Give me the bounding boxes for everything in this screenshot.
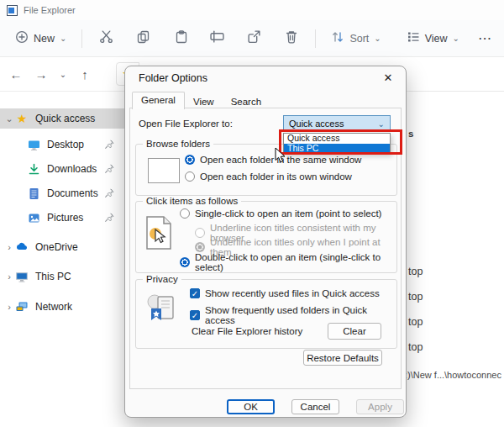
- sidebar-item-label: Downloads: [47, 163, 97, 175]
- radio-single-click[interactable]: Single-click to open an item (point to s…: [180, 208, 381, 219]
- clear-button[interactable]: Clear: [328, 323, 381, 340]
- window-title: File Explorer: [24, 5, 76, 15]
- sidebar-item-downloads[interactable]: Downloads: [0, 159, 124, 179]
- file-list-item[interactable]: top: [408, 316, 423, 328]
- privacy-icon: [144, 292, 178, 329]
- sidebar-item-onedrive[interactable]: › OneDrive: [0, 237, 124, 257]
- radio-selected-icon: [185, 155, 195, 165]
- tab-general[interactable]: General: [132, 92, 185, 109]
- browse-folders-icon: [148, 158, 180, 183]
- trash-icon: [285, 30, 298, 47]
- radio-unselected-icon: [185, 171, 195, 182]
- pin-icon: [104, 140, 114, 150]
- view-button-label: View: [425, 33, 448, 45]
- sort-button-label: Sort: [349, 33, 369, 45]
- file-list-item[interactable]: top: [408, 266, 423, 277]
- restore-defaults-button[interactable]: Restore Defaults: [303, 350, 382, 366]
- delete-button[interactable]: [276, 26, 307, 51]
- privacy-group: Privacy Show recently used files in Quic…: [135, 279, 397, 349]
- click-items-icon: [144, 215, 173, 256]
- combobox-value: Quick access: [289, 119, 344, 129]
- radio-same-window[interactable]: Open each folder in the same window: [185, 155, 361, 165]
- new-button[interactable]: New ⌄: [8, 25, 73, 51]
- this-pc-icon: [15, 270, 29, 283]
- view-list-icon: [407, 30, 420, 46]
- apply-button: Apply: [356, 399, 404, 414]
- chevron-right-icon[interactable]: ›: [0, 242, 15, 252]
- pin-icon: [104, 188, 114, 198]
- dialog-title: Folder Options: [139, 72, 207, 84]
- chevron-down-icon[interactable]: ⌄: [0, 113, 15, 124]
- checkbox-checked-icon: [190, 310, 200, 320]
- share-button[interactable]: [239, 26, 270, 51]
- sidebar-item-quick-access[interactable]: ⌄ ★ Quick access: [0, 108, 124, 129]
- checkbox-label: Show recently used files in Quick access: [205, 288, 380, 298]
- desktop-icon: [27, 138, 40, 151]
- downloads-icon: [27, 162, 40, 176]
- pin-icon: [104, 164, 114, 174]
- recent-locations-chevron[interactable]: ⌄: [54, 70, 72, 79]
- sidebar-item-label: Quick access: [35, 113, 95, 124]
- radio-selected-icon: [180, 257, 190, 267]
- rename-icon: [210, 29, 224, 47]
- view-button[interactable]: View ⌄: [400, 25, 466, 51]
- radio-double-click[interactable]: Double-click to open an item (single-cli…: [180, 252, 396, 272]
- sidebar-item-label: OneDrive: [35, 241, 78, 253]
- content-divider: [409, 91, 504, 92]
- sidebar-item-label: This PC: [35, 271, 71, 282]
- cancel-button[interactable]: Cancel: [291, 399, 339, 414]
- documents-icon: [27, 187, 40, 200]
- pin-icon: [104, 213, 114, 223]
- checkbox-checked-icon: [190, 288, 200, 298]
- cut-button[interactable]: [91, 26, 122, 51]
- radio-own-window[interactable]: Open each folder in its own window: [185, 171, 352, 182]
- close-icon[interactable]: ✕: [381, 71, 396, 84]
- sidebar-item-network[interactable]: › Network: [0, 297, 124, 317]
- chevron-down-icon: ⌄: [453, 34, 459, 43]
- sidebar-item-label: Documents: [47, 187, 98, 199]
- sidebar-item-documents[interactable]: Documents: [0, 183, 124, 203]
- toolbar-separator: [315, 29, 316, 48]
- pictures-icon: [27, 211, 40, 224]
- privacy-group-title: Privacy: [143, 274, 181, 284]
- mouse-cursor: [275, 147, 286, 167]
- forward-button[interactable]: →: [29, 67, 54, 82]
- paste-button[interactable]: [166, 26, 197, 51]
- file-list-item[interactable]: top: [408, 341, 423, 353]
- more-options-button[interactable]: ⋯: [466, 30, 504, 46]
- share-icon: [247, 29, 261, 47]
- chevron-right-icon[interactable]: ›: [0, 271, 15, 282]
- sidebar-item-pictures[interactable]: Pictures: [0, 208, 124, 228]
- chevron-down-icon: ⌄: [378, 119, 385, 129]
- chevron-right-icon[interactable]: ›: [0, 302, 15, 312]
- radio-disabled-selected-icon: [195, 242, 205, 252]
- checkbox-recent-files[interactable]: Show recently used files in Quick access: [190, 288, 380, 298]
- clear-history-label: Clear File Explorer history: [192, 326, 302, 336]
- sidebar-item-desktop[interactable]: Desktop: [0, 134, 124, 155]
- up-button[interactable]: ↑: [72, 67, 97, 82]
- sidebar-item-label: Network: [35, 301, 72, 313]
- rename-button[interactable]: [202, 26, 233, 51]
- ok-button[interactable]: OK: [227, 399, 275, 414]
- copy-icon: [137, 30, 150, 47]
- scissors-icon: [99, 29, 113, 47]
- chevron-down-icon: ⌄: [374, 34, 381, 43]
- back-button[interactable]: ←: [3, 67, 29, 82]
- copy-button[interactable]: [129, 26, 160, 51]
- click-items-group-title: Click items as follows: [143, 196, 241, 206]
- onedrive-icon: [15, 240, 29, 254]
- sidebar-item-label: Pictures: [47, 212, 83, 224]
- paste-icon: [175, 30, 188, 47]
- sidebar-item-this-pc[interactable]: › This PC: [0, 266, 124, 287]
- file-list-item[interactable]: top: [408, 291, 423, 303]
- content-fragment: s: [408, 129, 413, 139]
- folder-options-dialog: Folder Options ✕ General View Search Ope…: [124, 66, 407, 418]
- radio-label: Single-click to open an item (point to s…: [195, 208, 381, 219]
- radio-unselected-icon: [180, 208, 190, 219]
- radio-label: Double-click to open an item (single-cli…: [195, 252, 396, 272]
- network-icon: [15, 300, 29, 314]
- sort-button[interactable]: Sort ⌄: [324, 25, 387, 51]
- new-button-label: New: [34, 33, 55, 45]
- plus-circle-icon: [15, 30, 29, 46]
- annotation-red-box: [279, 129, 402, 155]
